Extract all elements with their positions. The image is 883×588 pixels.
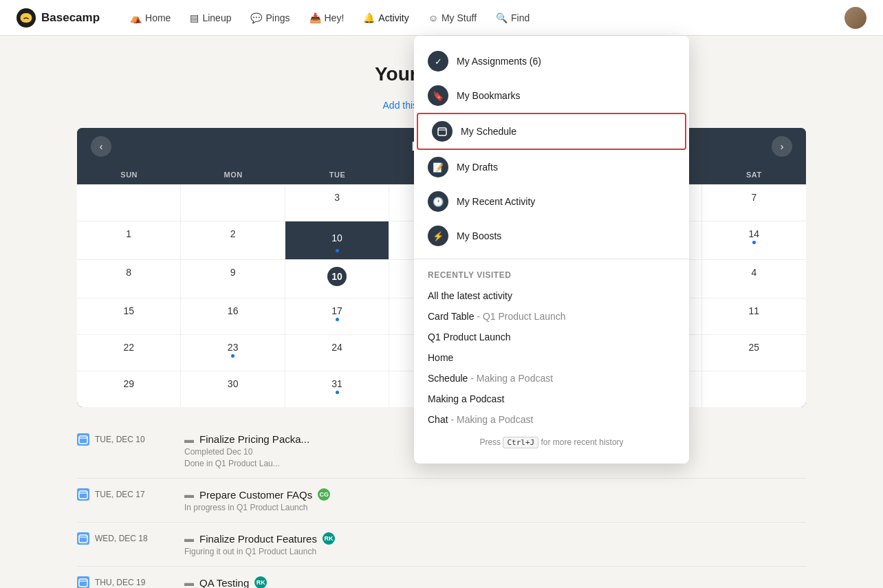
recent-item-4[interactable]: Schedule - Making a Podcast (414, 368, 689, 389)
event-date-icon (77, 532, 89, 545)
svg-rect-5 (79, 535, 87, 543)
event-date-label: TUE, DEC 17 (95, 490, 145, 499)
nav-lineup[interactable]: ▤ Lineup (182, 8, 239, 28)
nav-links: ⛺ Home ▤ Lineup 💬 Pings 📥 Hey! 🔔 Activit… (122, 8, 844, 28)
nav-mystuff[interactable]: ☺ My Stuff (420, 8, 485, 28)
recent-item-dim: - Making a Podcast (450, 414, 533, 425)
schedule-icon (432, 121, 453, 142)
calendar-prev-button[interactable]: ‹ (91, 136, 111, 157)
activity-icon: 🔔 (363, 12, 375, 23)
cal-cell[interactable]: 7 (702, 185, 806, 221)
cal-cell[interactable] (702, 371, 806, 407)
recent-item-1[interactable]: Card Table - Q1 Product Launch (414, 306, 689, 327)
item-label: My Drafts (457, 162, 498, 173)
recent-item-text: Chat (428, 414, 448, 425)
boosts-icon: ⚡ (428, 226, 448, 246)
history-hint-suffix: for more recent history (541, 437, 624, 447)
event-title[interactable]: Prepare Customer FAQs (199, 489, 312, 501)
cal-cell[interactable]: 1 (77, 221, 181, 259)
cal-cell[interactable]: 31 (285, 371, 389, 407)
event-date: TUE, DEC 17 (77, 488, 173, 501)
navbar: Basecamp ⛺ Home ▤ Lineup 💬 Pings 📥 Hey! … (0, 0, 883, 36)
cal-cell[interactable]: 10 (285, 260, 389, 298)
nav-find[interactable]: 🔍 Find (488, 8, 538, 28)
nav-right (844, 7, 866, 29)
svg-rect-7 (79, 579, 87, 587)
cal-cell[interactable]: 2 (181, 221, 285, 259)
find-icon: 🔍 (496, 12, 508, 23)
recent-item-text: Making a Podcast (428, 393, 504, 404)
mystuff-icon: ☺ (428, 12, 438, 23)
nav-home[interactable]: ⛺ Home (122, 8, 179, 28)
cal-dot (336, 318, 339, 321)
cal-cell[interactable]: 4 (702, 260, 806, 298)
cal-dot (336, 249, 339, 252)
cal-cell[interactable] (77, 185, 181, 221)
dropdown-item-schedule[interactable]: My Schedule (417, 113, 686, 150)
cal-cell[interactable]: 11 (702, 298, 806, 334)
dropdown-item-recent-activity[interactable]: 🕐 My Recent Activity (414, 184, 689, 219)
item-label: My Bookmarks (457, 90, 521, 101)
recent-activity-icon: 🕐 (428, 191, 448, 212)
event-row: THU, DEC 19 ▬ QA Testing RK Figuring it … (77, 567, 806, 588)
cal-cell[interactable]: 23 (181, 335, 285, 371)
cal-cell[interactable]: 30 (181, 371, 285, 407)
cal-dot (336, 391, 339, 394)
svg-rect-9 (438, 128, 446, 135)
cal-cell[interactable]: 25 (702, 335, 806, 371)
dropdown-item-boosts[interactable]: ⚡ My Boosts (414, 219, 689, 253)
event-title[interactable]: Finalize Pricing Packa... (199, 433, 309, 445)
event-content: ▬ Prepare Customer FAQs CG In progress i… (184, 488, 806, 512)
dropdown-item-drafts[interactable]: 📝 My Drafts (414, 150, 689, 184)
recent-item-0[interactable]: All the latest activity (414, 285, 689, 306)
cal-day-sat: SAT (702, 165, 806, 184)
brand-icon (17, 8, 36, 28)
svg-rect-3 (79, 491, 87, 499)
event-badge: CG (318, 488, 330, 501)
assignments-icon: ✓ (428, 51, 448, 72)
cal-cell[interactable]: 15 (77, 298, 181, 334)
event-header: ▬ Finalize Product Features RK (184, 532, 806, 545)
event-type-icon: ▬ (184, 577, 194, 588)
cal-cell[interactable]: 22 (77, 335, 181, 371)
drafts-icon: 📝 (428, 157, 448, 177)
recent-item-2[interactable]: Q1 Product Launch (414, 327, 689, 347)
dropdown-item-assignments[interactable]: ✓ My Assignments (6) (414, 44, 689, 78)
event-date-label: TUE, DEC 10 (95, 435, 145, 444)
recent-item-6[interactable]: Chat - Making a Podcast (414, 409, 689, 430)
recent-item-3[interactable]: Home (414, 347, 689, 368)
recent-item-5[interactable]: Making a Podcast (414, 389, 689, 409)
event-title[interactable]: QA Testing (199, 577, 249, 589)
recent-item-text: Schedule (428, 373, 468, 384)
cal-cell[interactable]: 9 (181, 260, 285, 298)
cal-cell[interactable]: 14 (702, 221, 806, 259)
cal-cell[interactable]: 17 (285, 298, 389, 334)
cal-cell[interactable]: 8 (77, 260, 181, 298)
cal-cell-today[interactable]: 10 (285, 221, 389, 259)
item-label: My Recent Activity (457, 196, 535, 207)
event-title[interactable]: Finalize Product Features (199, 533, 317, 545)
cal-cell[interactable]: 24 (285, 335, 389, 371)
history-hint-key: Ctrl+J (503, 437, 538, 448)
event-type-icon: ▬ (184, 533, 194, 544)
brand-name: Basecamp (41, 11, 100, 25)
cal-cell[interactable]: 3 (285, 185, 389, 221)
history-hint: Press Ctrl+J for more recent history (414, 430, 689, 455)
calendar-next-button[interactable]: › (772, 136, 792, 157)
brand[interactable]: Basecamp (17, 8, 100, 28)
cal-cell[interactable]: 16 (181, 298, 285, 334)
item-label: My Schedule (461, 126, 516, 137)
recent-item-dim: - Q1 Product Launch (477, 311, 565, 322)
nav-hey[interactable]: 📥 Hey! (301, 8, 353, 28)
nav-activity[interactable]: 🔔 Activity (355, 8, 417, 28)
event-sub: In progress in Q1 Product Launch (184, 503, 806, 512)
cal-cell[interactable]: 29 (77, 371, 181, 407)
event-date: TUE, DEC 10 (77, 433, 173, 446)
avatar[interactable] (844, 7, 866, 29)
lineup-icon: ▤ (190, 12, 199, 23)
nav-pings[interactable]: 💬 Pings (242, 8, 298, 28)
cal-cell[interactable] (181, 185, 285, 221)
dropdown-divider (414, 259, 689, 259)
dropdown-item-bookmarks[interactable]: 🔖 My Bookmarks (414, 78, 689, 113)
event-content: ▬ QA Testing RK Figuring it out in Q1 Pr… (184, 576, 806, 588)
